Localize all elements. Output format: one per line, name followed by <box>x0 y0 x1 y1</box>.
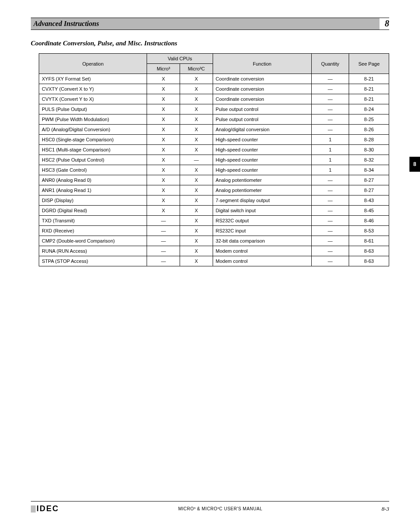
cell-quantity: — <box>311 216 349 226</box>
cell-quantity: — <box>311 74 349 84</box>
cell-quantity: — <box>311 256 349 266</box>
col-valid-cpus: Valid CPUs <box>147 54 213 64</box>
cell-quantity: — <box>311 236 349 246</box>
cell-function: High-speed counter <box>213 145 311 155</box>
cell-quantity: — <box>311 195 349 206</box>
cell-page: 8-30 <box>349 145 389 155</box>
brand-text: IDEC <box>37 504 59 513</box>
cell-micro3c: X <box>180 94 213 104</box>
cell-micro3: X <box>147 185 180 195</box>
cell-operation: RUNA (RUN Access) <box>39 246 147 256</box>
cell-function: Modem control <box>213 246 311 256</box>
cell-micro3: — <box>147 256 180 266</box>
col-operation: Operation <box>39 54 147 74</box>
brand-logo: IDEC <box>31 504 59 513</box>
cell-page: 8-61 <box>349 236 389 246</box>
chapter-number: 8 <box>379 18 389 30</box>
cell-micro3: X <box>147 104 180 114</box>
page-footer: IDEC MICRO³ & MICRO³C USER'S MANUAL 8-3 <box>31 501 389 513</box>
col-see-page: See Page <box>349 54 389 74</box>
cell-function: Pulse output control <box>213 104 311 114</box>
cell-micro3: — <box>147 216 180 226</box>
table-row: RUNA (RUN Access)—XModem control—8-63 <box>39 246 389 256</box>
cell-micro3c: X <box>180 185 213 195</box>
cell-function: 32-bit data comparison <box>213 236 311 246</box>
cell-page: 8-46 <box>349 216 389 226</box>
cell-micro3c: X <box>180 165 213 175</box>
cell-function: Coordinate conversion <box>213 74 311 84</box>
manual-title: MICRO³ & MICRO³C USER'S MANUAL <box>178 506 262 511</box>
table-row: RXD (Receive)—XRS232C input—8-53 <box>39 226 389 236</box>
cell-function: Modem control <box>213 256 311 266</box>
cell-micro3c: X <box>180 226 213 236</box>
cell-page: 8-21 <box>349 84 389 94</box>
cell-quantity: 1 <box>311 155 349 165</box>
table-row: DGRD (Digital Read)XXDigital switch inpu… <box>39 206 389 216</box>
cell-micro3c: X <box>180 114 213 125</box>
cell-micro3: X <box>147 135 180 145</box>
cell-function: Digital switch input <box>213 206 311 216</box>
cell-micro3: — <box>147 246 180 256</box>
cell-micro3: X <box>147 206 180 216</box>
cell-function: High-speed counter <box>213 135 311 145</box>
cell-quantity: — <box>311 206 349 216</box>
cell-function: Analog potentiometer <box>213 175 311 185</box>
cell-page: 8-21 <box>349 94 389 104</box>
cell-operation: XYFS (XY Format Set) <box>39 74 147 84</box>
cell-page: 8-53 <box>349 226 389 236</box>
table-row: XYFS (XY Format Set)XXCoordinate convers… <box>39 74 389 84</box>
table-row: HSC0 (Single-stage Comparison)XXHigh-spe… <box>39 135 389 145</box>
table-header-row: Operation Valid CPUs Function Quantity S… <box>39 54 389 64</box>
table-row: CVXTY (Convert X to Y)XXCoordinate conve… <box>39 84 389 94</box>
cell-operation: A/D (Analog/Digital Conversion) <box>39 125 147 135</box>
cell-quantity: — <box>311 125 349 135</box>
cell-micro3: X <box>147 125 180 135</box>
cell-page: 8-21 <box>349 74 389 84</box>
cell-micro3: X <box>147 94 180 104</box>
cell-micro3c: X <box>180 104 213 114</box>
cell-function: RS232C input <box>213 226 311 236</box>
cell-micro3c: X <box>180 125 213 135</box>
cell-page: 8-25 <box>349 114 389 125</box>
cell-operation: HSC3 (Gate Control) <box>39 165 147 175</box>
cell-micro3c: X <box>180 135 213 145</box>
cell-operation: CVXTY (Convert X to Y) <box>39 84 147 94</box>
cell-operation: TXD (Transmit) <box>39 216 147 226</box>
cell-quantity: — <box>311 104 349 114</box>
cell-micro3: X <box>147 114 180 125</box>
cell-quantity: 1 <box>311 135 349 145</box>
cell-micro3c: X <box>180 145 213 155</box>
cell-operation: STPA (STOP Access) <box>39 256 147 266</box>
cell-quantity: — <box>311 175 349 185</box>
cell-micro3: — <box>147 236 180 246</box>
cell-page: 8-45 <box>349 206 389 216</box>
section-title: Advanced Instructions <box>33 20 99 28</box>
col-quantity: Quantity <box>311 54 349 74</box>
cell-micro3c: — <box>180 155 213 165</box>
cell-operation: CMP2 (Double-word Comparison) <box>39 236 147 246</box>
page-subtitle: Coordinate Conversion, Pulse, and Misc. … <box>31 40 389 47</box>
cell-page: 8-24 <box>349 104 389 114</box>
cell-function: RS232C output <box>213 216 311 226</box>
cell-function: High-speed counter <box>213 165 311 175</box>
page-number: 8-3 <box>382 505 389 513</box>
cell-micro3: X <box>147 195 180 206</box>
cell-function: Analog potentiometer <box>213 185 311 195</box>
cell-page: 8-27 <box>349 185 389 195</box>
cell-micro3: — <box>147 226 180 236</box>
col-function: Function <box>213 54 311 74</box>
table-row: TXD (Transmit)—XRS232C output—8-46 <box>39 216 389 226</box>
title-bar: Advanced Instructions 8 <box>31 18 389 30</box>
cell-function: Pulse output control <box>213 114 311 125</box>
cell-micro3: X <box>147 145 180 155</box>
cell-micro3c: X <box>180 84 213 94</box>
col-micro3: Micro³ <box>147 64 180 74</box>
cell-quantity: — <box>311 94 349 104</box>
table-row: A/D (Analog/Digital Conversion)XXAnalog/… <box>39 125 389 135</box>
cell-function: Coordinate conversion <box>213 94 311 104</box>
table-row: ANR0 (Analog Read 0)XXAnalog potentiomet… <box>39 175 389 185</box>
cell-operation: ANR0 (Analog Read 0) <box>39 175 147 185</box>
brand-square-icon <box>31 505 36 513</box>
instruction-table: Operation Valid CPUs Function Quantity S… <box>39 53 389 266</box>
cell-operation: HSC0 (Single-stage Comparison) <box>39 135 147 145</box>
